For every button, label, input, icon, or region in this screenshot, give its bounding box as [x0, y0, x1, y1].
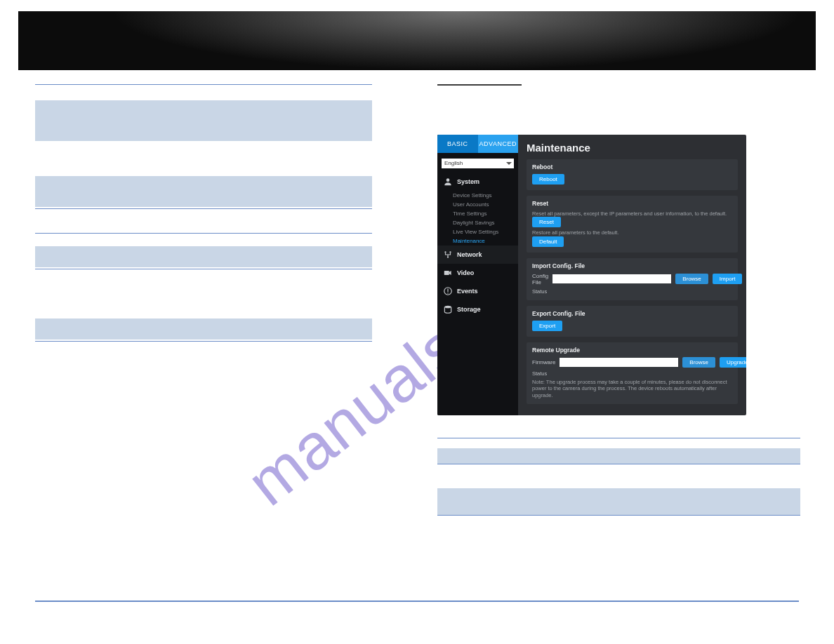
- right-column: BASIC ADVANCED English System Device Set…: [432, 84, 800, 603]
- video-icon: [443, 268, 453, 278]
- svg-point-3: [447, 256, 449, 257]
- reboot-heading: Reboot: [532, 163, 732, 170]
- svg-point-8: [444, 306, 451, 309]
- section-export: Export Config. File Export: [527, 306, 738, 337]
- import-button[interactable]: Import: [713, 274, 743, 284]
- export-button[interactable]: Export: [532, 321, 562, 331]
- page-header-banner: [18, 11, 816, 70]
- sidebar-video-label: Video: [457, 269, 474, 276]
- user-icon: [443, 177, 453, 187]
- sidebar-events-label: Events: [457, 288, 478, 295]
- import-heading: Import Config. File: [532, 262, 732, 269]
- upgrade-button[interactable]: Upgrade: [720, 357, 746, 368]
- tab-basic[interactable]: BASIC: [437, 135, 478, 153]
- alert-icon: [443, 286, 453, 296]
- content-band: [35, 100, 372, 141]
- section-reset: Reset Reset all parameters, except the I…: [527, 196, 738, 253]
- section-reboot: Reboot Reboot: [527, 159, 738, 190]
- import-field-label: Config File: [532, 273, 548, 286]
- import-file-input[interactable]: [552, 274, 671, 283]
- content-band: [437, 448, 800, 464]
- sidebar-item-time-settings[interactable]: Time Settings: [437, 209, 518, 218]
- sidebar-events[interactable]: Events: [437, 282, 518, 300]
- sidebar-item-daylight-savings[interactable]: Daylight Savings: [437, 218, 518, 227]
- reset-button[interactable]: Reset: [532, 217, 561, 227]
- reset-note-1: Reset all parameters, except the IP para…: [532, 210, 732, 217]
- svg-point-1: [444, 251, 446, 253]
- sidebar-network[interactable]: Network: [437, 246, 518, 264]
- sidebar-system[interactable]: System: [437, 173, 518, 191]
- sidebar-item-device-settings[interactable]: Device Settings: [437, 191, 518, 200]
- content-band: [35, 176, 372, 207]
- import-status-label: Status: [532, 288, 732, 295]
- section-import: Import Config. File Config File Browse I…: [527, 258, 738, 300]
- upgrade-status-label: Status: [532, 370, 732, 377]
- sidebar-item-live-view-settings[interactable]: Live View Settings: [437, 227, 518, 236]
- content-band: [35, 318, 372, 340]
- network-icon: [443, 250, 453, 260]
- sidebar-storage[interactable]: Storage: [437, 300, 518, 318]
- page-body: BASIC ADVANCED English System Device Set…: [35, 84, 800, 603]
- shot-main: Maintenance Reboot Reboot Reset Reset al…: [518, 135, 746, 415]
- sidebar-system-label: System: [457, 178, 479, 185]
- upgrade-browse-button[interactable]: Browse: [682, 357, 715, 368]
- reboot-button[interactable]: Reboot: [532, 174, 564, 185]
- svg-rect-7: [447, 293, 448, 293]
- left-column: [35, 84, 404, 603]
- sidebar-item-maintenance[interactable]: Maintenance: [437, 236, 518, 246]
- sidebar-network-label: Network: [457, 251, 482, 258]
- upgrade-field-label: Firmware: [532, 359, 555, 365]
- svg-rect-6: [447, 289, 448, 293]
- section-upgrade: Remote Upgrade Firmware Browse Upgrade S…: [527, 342, 738, 404]
- sidebar-video[interactable]: Video: [437, 264, 518, 282]
- svg-point-2: [449, 251, 451, 253]
- content-band: [437, 488, 800, 515]
- page-footer-rule: [35, 601, 799, 602]
- content-band: [35, 246, 372, 267]
- upgrade-heading: Remote Upgrade: [532, 347, 732, 354]
- default-button[interactable]: Default: [532, 236, 564, 247]
- reset-heading: Reset: [532, 200, 732, 207]
- divider: [437, 515, 800, 516]
- language-select[interactable]: English: [442, 159, 514, 168]
- export-heading: Export Config. File: [532, 310, 732, 317]
- upgrade-note: Note: The upgrade process may take a cou…: [532, 379, 732, 398]
- svg-point-0: [446, 178, 450, 182]
- tab-advanced[interactable]: ADVANCED: [478, 135, 519, 153]
- sidebar-storage-label: Storage: [457, 306, 481, 313]
- divider: [35, 341, 372, 342]
- shot-sidebar: BASIC ADVANCED English System Device Set…: [437, 135, 518, 415]
- import-browse-button[interactable]: Browse: [675, 274, 708, 284]
- svg-rect-4: [444, 271, 449, 275]
- sidebar-item-user-accounts[interactable]: User Accounts: [437, 200, 518, 209]
- upgrade-file-input[interactable]: [560, 358, 678, 367]
- reset-note-2: Restore all parameters to the default.: [532, 229, 732, 236]
- storage-icon: [443, 304, 453, 314]
- page-title: Maintenance: [527, 142, 738, 154]
- maintenance-screenshot: BASIC ADVANCED English System Device Set…: [437, 135, 746, 415]
